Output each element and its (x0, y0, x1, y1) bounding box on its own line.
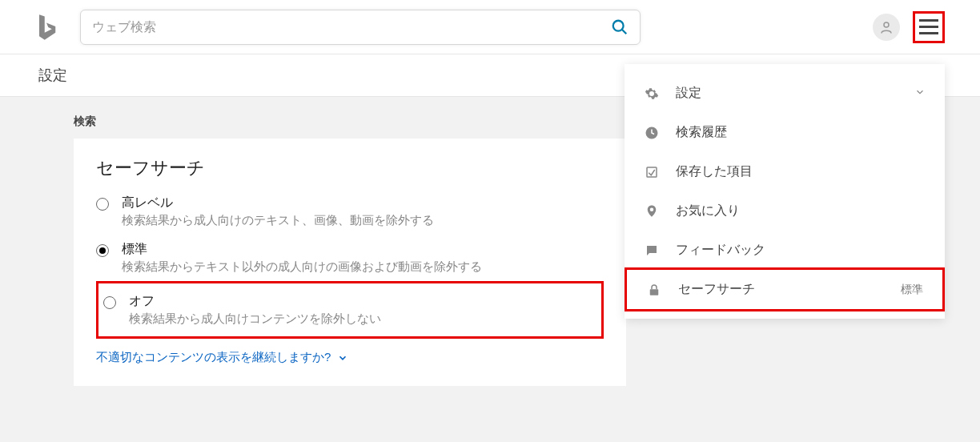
safesearch-heading: セーフサーチ (96, 156, 604, 180)
heart-icon (644, 203, 660, 219)
chevron-down-icon (914, 86, 926, 100)
search-box[interactable] (80, 10, 641, 45)
svg-point-0 (613, 20, 624, 30)
safesearch-option-2[interactable]: オフ検索結果から成人向けコンテンツを除外しない (103, 287, 596, 333)
search-icon[interactable] (611, 18, 629, 36)
lock-icon (646, 282, 662, 298)
menu-item-feedback[interactable]: フィードバック (625, 231, 945, 270)
radio-description: 検索結果から成人向けのテキスト、画像、動画を除外する (122, 213, 604, 228)
header-right (873, 11, 945, 43)
radio-description: 検索結果から成人向けコンテンツを除外しない (129, 311, 596, 327)
disclose-label: 不適切なコンテンツの表示を継続しますか? (96, 350, 331, 365)
menu-item-value: 標準 (901, 283, 923, 297)
svg-point-2 (884, 22, 889, 27)
radio-button[interactable] (103, 296, 116, 309)
history-icon (644, 125, 660, 141)
menu-item-heart[interactable]: お気に入り (625, 191, 945, 231)
svg-rect-4 (647, 167, 657, 177)
radio-description: 検索結果からテキスト以外の成人向けの画像および動画を除外する (122, 259, 604, 275)
feedback-icon (644, 243, 660, 259)
radio-button[interactable] (96, 244, 109, 257)
svg-rect-5 (650, 289, 659, 295)
radio-label: 標準 (122, 241, 604, 258)
chevron-down-icon (337, 352, 348, 364)
menu-item-label: お気に入り (676, 203, 740, 219)
menu-item-label: セーフサーチ (678, 281, 755, 298)
disclose-link[interactable]: 不適切なコンテンツの表示を継続しますか? (96, 350, 348, 365)
radio-label: 高レベル (122, 195, 604, 211)
menu-item-label: 設定 (676, 85, 701, 102)
svg-line-1 (622, 29, 627, 34)
menu-item-label: 検索履歴 (676, 124, 727, 141)
menu-panel: 設定検索履歴保存した項目お気に入りフィードバックセーフサーチ標準 (625, 64, 945, 319)
user-avatar[interactable] (873, 14, 900, 41)
user-icon (879, 20, 894, 34)
section-title: 検索 (74, 115, 626, 129)
menu-item-history[interactable]: 検索履歴 (625, 113, 945, 152)
safesearch-card: セーフサーチ 高レベル検索結果から成人向けのテキスト、画像、動画を除外する標準検… (74, 139, 626, 386)
safesearch-option-0[interactable]: 高レベル検索結果から成人向けのテキスト、画像、動画を除外する (96, 188, 604, 235)
radio-label: オフ (129, 293, 596, 310)
menu-item-lock[interactable]: セーフサーチ標準 (625, 267, 945, 311)
bing-logo[interactable] (35, 13, 58, 42)
bookmark-icon (644, 164, 660, 180)
menu-item-label: 保存した項目 (676, 163, 753, 180)
safesearch-option-1[interactable]: 標準検索結果からテキスト以外の成人向けの画像および動画を除外する (96, 235, 604, 281)
radio-button[interactable] (96, 198, 109, 211)
header (0, 0, 980, 54)
menu-item-bookmark[interactable]: 保存した項目 (625, 152, 945, 191)
search-input[interactable] (92, 20, 611, 34)
menu-item-gear[interactable]: 設定 (625, 74, 945, 113)
menu-item-label: フィードバック (676, 242, 765, 259)
gear-icon (644, 86, 660, 102)
hamburger-menu-button[interactable] (913, 11, 945, 43)
